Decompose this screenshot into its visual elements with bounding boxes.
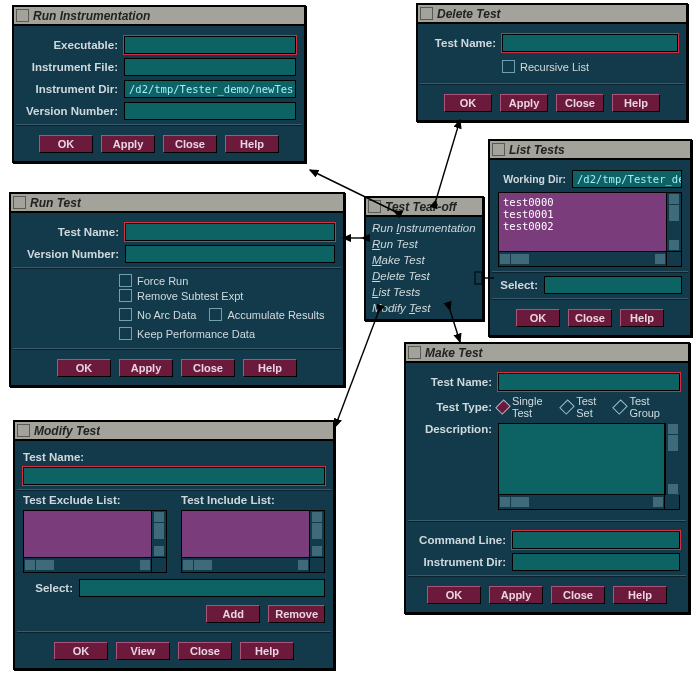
titlebar[interactable]: Make Test [406,344,688,363]
tests-listbox[interactable]: test0000test0001test0002 [499,193,666,251]
scrollbar-horizontal[interactable] [499,252,666,266]
ok-button[interactable]: OK [54,642,108,660]
menu-item[interactable]: Modify Test [366,300,482,316]
description-textarea[interactable] [498,423,665,495]
menu: Run InstrumentationRun TestMake TestDele… [366,217,482,319]
include-listbox[interactable] [182,511,309,557]
close-button[interactable]: Close [568,309,612,327]
window-menu-icon[interactable] [420,7,433,20]
scrollbar-horizontal[interactable] [24,558,151,572]
keep-performance-data-label: Keep Performance Data [137,328,255,340]
test-name-input[interactable] [498,373,680,391]
version-number-input[interactable] [124,102,296,120]
close-button[interactable]: Close [556,94,604,112]
keep-performance-data-checkbox[interactable]: Keep Performance Data [119,327,255,340]
test-set-radio[interactable]: Test Set [562,395,607,419]
window-menu-icon[interactable] [13,196,26,209]
titlebar[interactable]: Modify Test [15,422,333,441]
window-menu-icon[interactable] [408,346,421,359]
recursive-list-label: Recursive List [520,61,589,73]
titlebar[interactable]: Delete Test [418,5,686,24]
close-button[interactable]: Close [181,359,235,377]
test-group-radio[interactable]: Test Group [615,395,672,419]
test-name-input[interactable] [502,34,678,52]
add-button[interactable]: Add [206,605,260,623]
window-menu-icon[interactable] [368,200,381,213]
apply-button[interactable]: Apply [500,94,548,112]
no-arc-data-checkbox[interactable]: No Arc Data [119,308,196,321]
executable-input[interactable] [124,36,296,54]
force-run-checkbox[interactable]: Force Run [119,274,188,287]
apply-button[interactable]: Apply [101,135,155,153]
window-test-tear-off: Test Tear-off Run InstrumentationRun Tes… [364,196,484,321]
label-description: Description: [414,423,492,435]
list-item[interactable]: test0002 [503,220,662,232]
help-button[interactable]: Help [612,94,660,112]
window-menu-icon[interactable] [492,143,505,156]
scrollbar-vertical[interactable] [666,193,681,251]
titlebar[interactable]: Run Instrumentation [14,7,304,26]
help-button[interactable]: Help [243,359,297,377]
scrollbar-vertical[interactable] [665,423,680,495]
view-button[interactable]: View [116,642,170,660]
ok-button[interactable]: OK [427,586,481,604]
ok-button[interactable]: OK [444,94,492,112]
test-set-label: Test Set [576,395,607,419]
window-modify-test: Modify Test Test Name: Test Exclude List… [13,420,335,670]
list-item[interactable]: test0000 [503,196,662,208]
close-button[interactable]: Close [178,642,232,660]
window-title: Make Test [425,346,483,360]
titlebar[interactable]: Test Tear-off [366,198,482,217]
label-select: Select: [23,582,73,594]
accumulate-results-checkbox[interactable]: Accumulate Results [209,308,324,321]
single-test-radio[interactable]: Single Test [498,395,554,419]
apply-button[interactable]: Apply [489,586,543,604]
scrollbar-horizontal[interactable] [499,495,664,509]
window-title: Test Tear-off [385,200,457,214]
menu-item[interactable]: Run Instrumentation [366,220,482,236]
instrument-file-input[interactable] [124,58,296,76]
window-delete-test: Delete Test Test Name: Recursive List OK… [416,3,688,122]
titlebar[interactable]: List Tests [490,141,690,160]
menu-item[interactable]: Delete Test [366,268,482,284]
recursive-list-checkbox[interactable]: Recursive List [502,60,589,73]
test-name-input[interactable] [125,223,335,241]
remove-button[interactable]: Remove [268,605,325,623]
label-version-number: Version Number: [22,105,118,117]
select-input[interactable] [79,579,325,597]
menu-item[interactable]: List Tests [366,284,482,300]
close-button[interactable]: Close [551,586,605,604]
list-item[interactable]: test0001 [503,208,662,220]
svg-line-3 [436,120,460,200]
titlebar[interactable]: Run Test [11,194,343,213]
instrument-dir-input[interactable]: /d2/tmp/Tester_demo/newTes [124,80,296,98]
window-title: Delete Test [437,7,501,21]
help-button[interactable]: Help [240,642,294,660]
window-menu-icon[interactable] [16,9,29,22]
working-dir-input[interactable]: /d2/tmp/Tester_demo [572,170,682,188]
ok-button[interactable]: OK [39,135,93,153]
exclude-listbox[interactable] [24,511,151,557]
help-button[interactable]: Help [225,135,279,153]
window-title: Modify Test [34,424,100,438]
select-input[interactable] [544,276,682,294]
ok-button[interactable]: OK [516,309,560,327]
ok-button[interactable]: OK [57,359,111,377]
version-number-input[interactable] [125,245,335,263]
menu-item[interactable]: Run Test [366,236,482,252]
remove-subtest-checkbox[interactable]: Remove Subtest Expt [119,289,243,302]
menu-item[interactable]: Make Test [366,252,482,268]
scrollbar-vertical[interactable] [309,511,324,557]
close-button[interactable]: Close [163,135,217,153]
window-run-test: Run Test Test Name: Version Number: Forc… [9,192,345,387]
window-menu-icon[interactable] [17,424,30,437]
instrument-dir-input[interactable] [512,553,680,571]
scrollbar-horizontal[interactable] [182,558,309,572]
label-instrument-dir: Instrument Dir: [414,556,506,568]
help-button[interactable]: Help [620,309,664,327]
test-name-input[interactable] [23,467,325,485]
help-button[interactable]: Help [613,586,667,604]
command-line-input[interactable] [512,531,680,549]
scrollbar-vertical[interactable] [151,511,166,557]
apply-button[interactable]: Apply [119,359,173,377]
